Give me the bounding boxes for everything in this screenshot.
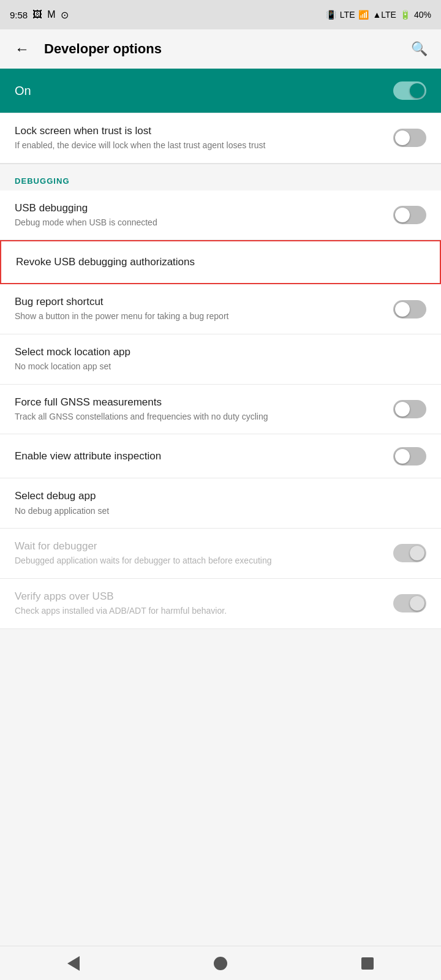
view-attribute-title: Enable view attribute inspection [15, 450, 383, 463]
mock-location-title: Select mock location app [15, 345, 417, 359]
search-button[interactable]: 🔍 [407, 37, 431, 61]
lock-screen-setting[interactable]: Lock screen when trust is lost If enable… [0, 113, 441, 164]
usb-debugging-title: USB debugging [15, 202, 383, 215]
mock-location-item[interactable]: Select mock location app No mock locatio… [0, 334, 441, 385]
usb-debugging-item[interactable]: USB debugging Debug mode when USB is con… [0, 190, 441, 241]
recent-nav-icon [361, 957, 374, 970]
home-nav-icon [214, 957, 227, 970]
bug-report-toggle[interactable] [393, 300, 426, 318]
page-title: Developer options [44, 41, 397, 57]
nav-bar [0, 946, 441, 980]
toggle-knob [395, 208, 410, 222]
back-nav-button[interactable] [55, 951, 92, 976]
usb-debugging-text: USB debugging Debug mode when USB is con… [15, 202, 383, 229]
toggle-knob [395, 402, 410, 417]
status-bar: 9:58 🖼 M ⊙ 📳 LTE 📶 ▲LTE 🔋 40% [0, 0, 441, 29]
usb-debugging-desc: Debug mode when USB is connected [15, 217, 383, 229]
content-area: Lock screen when trust is lost If enable… [0, 113, 441, 666]
developer-banner: On [0, 69, 441, 113]
mock-location-text: Select mock location app No mock locatio… [15, 345, 417, 373]
back-nav-icon [67, 956, 80, 971]
bug-report-title: Bug report shortcut [15, 295, 383, 309]
search-icon: 🔍 [411, 41, 428, 57]
app-bar: ← Developer options 🔍 [0, 29, 441, 69]
wait-debugger-toggle [393, 544, 426, 562]
lte-signal-icon: ▲LTE [372, 10, 396, 20]
battery-icon: 🔋 [400, 10, 410, 20]
signal-icon: LTE [340, 10, 355, 20]
toggle-knob [395, 130, 410, 145]
wait-debugger-title: Wait for debugger [15, 540, 383, 553]
verify-usb-toggle [393, 594, 426, 612]
debugging-section-header: DEBUGGING [0, 164, 441, 190]
verify-usb-desc: Check apps installed via ADB/ADT for har… [15, 605, 383, 617]
verify-usb-item: Verify apps over USB Check apps installe… [0, 579, 441, 629]
gnss-desc: Track all GNSS constellations and freque… [15, 411, 383, 423]
revoke-usb-title: Revoke USB debugging authorizations [16, 255, 415, 269]
wait-debugger-text: Wait for debugger Debugged application w… [15, 540, 383, 567]
recent-nav-button[interactable] [349, 951, 386, 976]
gnss-title: Force full GNSS measurements [15, 396, 383, 409]
dev-on-label: On [15, 84, 31, 98]
lock-screen-toggle[interactable] [393, 129, 426, 147]
revoke-usb-text: Revoke USB debugging authorizations [16, 255, 415, 269]
bug-report-item[interactable]: Bug report shortcut Show a button in the… [0, 284, 441, 334]
vibrate-icon: 📳 [326, 10, 336, 20]
home-nav-button[interactable] [202, 951, 239, 976]
toggle-knob [395, 302, 410, 317]
view-attribute-item[interactable]: Enable view attribute inspection [0, 434, 441, 478]
gnss-text: Force full GNSS measurements Track all G… [15, 396, 383, 423]
verify-usb-text: Verify apps over USB Check apps installe… [15, 590, 383, 617]
back-icon: ← [15, 40, 29, 58]
verify-usb-title: Verify apps over USB [15, 590, 383, 603]
battery-percent: 40% [414, 10, 431, 20]
debug-app-item[interactable]: Select debug app No debug application se… [0, 478, 441, 529]
gnss-toggle[interactable] [393, 400, 426, 418]
wait-debugger-item: Wait for debugger Debugged application w… [0, 529, 441, 579]
gallery-icon: 🖼 [32, 9, 42, 20]
bug-report-desc: Show a button in the power menu for taki… [15, 311, 383, 323]
gnss-item[interactable]: Force full GNSS measurements Track all G… [0, 385, 441, 435]
debug-app-text: Select debug app No debug application se… [15, 489, 417, 517]
mock-location-desc: No mock location app set [15, 361, 417, 373]
wifi-icon: 📶 [358, 10, 369, 20]
status-right: 📳 LTE 📶 ▲LTE 🔋 40% [326, 10, 431, 20]
revoke-usb-item[interactable]: Revoke USB debugging authorizations [0, 240, 441, 284]
toggle-knob [410, 83, 424, 98]
usb-debugging-toggle[interactable] [393, 206, 426, 224]
toggle-knob [410, 596, 424, 611]
lock-screen-title: Lock screen when trust is lost [15, 124, 383, 138]
lock-screen-desc: If enabled, the device will lock when th… [15, 140, 383, 152]
status-time: 9:58 [10, 10, 28, 20]
debug-app-title: Select debug app [15, 489, 417, 503]
toggle-knob [410, 546, 424, 560]
view-attribute-text: Enable view attribute inspection [15, 450, 383, 463]
bug-report-text: Bug report shortcut Show a button in the… [15, 295, 383, 323]
wait-debugger-desc: Debugged application waits for debugger … [15, 555, 383, 567]
camera-icon: ⊙ [61, 9, 69, 21]
lock-screen-text: Lock screen when trust is lost If enable… [15, 124, 383, 152]
back-button[interactable]: ← [10, 37, 34, 61]
status-left: 9:58 🖼 M ⊙ [10, 9, 69, 21]
debug-app-desc: No debug application set [15, 505, 417, 518]
toggle-knob [395, 449, 410, 464]
mail-icon: M [47, 9, 55, 20]
view-attribute-toggle[interactable] [393, 447, 426, 466]
developer-toggle[interactable] [393, 81, 426, 100]
